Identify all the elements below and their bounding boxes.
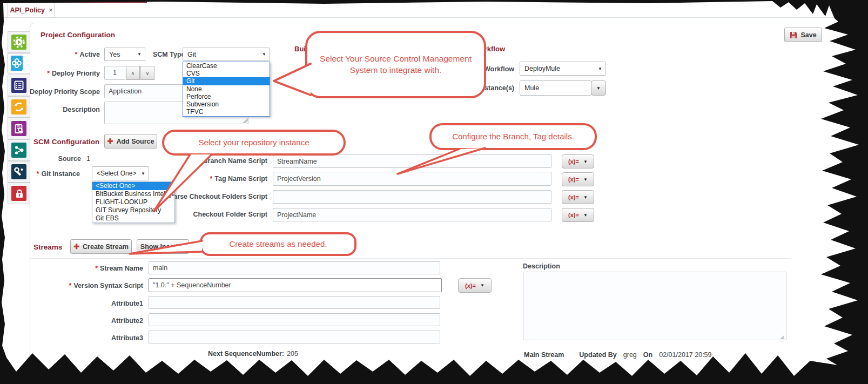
- scm-type-select[interactable]: Git ▼: [183, 48, 270, 61]
- sidebar-item-test-report[interactable]: [8, 118, 30, 139]
- branch-name-script-input[interactable]: [273, 154, 551, 168]
- active-value: Yes: [109, 51, 120, 58]
- topology-icon: [11, 143, 26, 158]
- tab-close-icon[interactable]: ×: [49, 6, 53, 14]
- instances-dropdown-button[interactable]: ▼: [591, 80, 606, 96]
- sidebar-item-sync[interactable]: [8, 96, 30, 118]
- save-icon: [790, 31, 797, 39]
- required-marker: *: [75, 51, 78, 58]
- scm-type-option[interactable]: ClearCase: [183, 62, 270, 70]
- add-source-label: Add Source: [116, 138, 154, 145]
- stream-audit-info: Main Stream Updated By greg On 02/01/201…: [524, 351, 712, 359]
- chevron-down-icon: ▼: [480, 283, 485, 288]
- streams-divider: [30, 258, 790, 259]
- callout-scm-type: Select Your Source Control Management Sy…: [305, 31, 486, 98]
- show-inactive-label: Show Inactive: [140, 243, 185, 251]
- git-instance-option[interactable]: Git EBS: [92, 214, 174, 223]
- source-label: Source: [51, 155, 81, 163]
- attribute3-input[interactable]: [149, 331, 440, 343]
- scm-type-option[interactable]: Perforce: [183, 93, 270, 100]
- branch-name-expression-button[interactable]: (x)=▼: [562, 154, 594, 169]
- git-instance-option[interactable]: BitBucket Business Intelligence: [92, 190, 174, 198]
- sidebar-item-security[interactable]: [8, 183, 30, 204]
- git-instance-option-selected[interactable]: <Select One>: [92, 182, 174, 190]
- source-value: 1: [86, 155, 90, 163]
- stream-name-input[interactable]: [149, 261, 440, 274]
- attribute2-input[interactable]: [149, 313, 440, 326]
- sparse-checkout-folders-script-input[interactable]: [273, 190, 551, 204]
- scm-type-option[interactable]: Subversion: [183, 100, 270, 108]
- scm-type-option-selected[interactable]: Git: [183, 77, 270, 85]
- sidebar-item-build-run[interactable]: [8, 31, 30, 53]
- scm-type-option[interactable]: TFVC: [183, 108, 270, 116]
- version-syntax-expression-button[interactable]: (x)=▼: [458, 278, 492, 293]
- sparse-checkout-expression-button[interactable]: (x)=▼: [562, 190, 594, 204]
- chevron-up-icon: ∧: [131, 70, 134, 76]
- next-sequence-number: Next SequenceNumber: 205: [208, 350, 298, 358]
- version-syntax-script-input[interactable]: [149, 278, 442, 292]
- required-marker: *: [47, 70, 50, 77]
- tag-name-script-input[interactable]: [273, 172, 551, 186]
- main-stream-label: Main Stream: [524, 351, 564, 359]
- tag-name-expression-button[interactable]: (x)=▼: [562, 172, 594, 186]
- deploy-priority-down-button[interactable]: ∨: [140, 66, 154, 80]
- chevron-down-icon: ▼: [137, 52, 142, 57]
- chevron-down-icon: ▼: [596, 86, 601, 91]
- build-run-icon: [11, 35, 26, 50]
- sidebar-item-topology[interactable]: [8, 139, 30, 161]
- stream-description-textarea[interactable]: [523, 272, 786, 340]
- git-instance-label: *Git Instance: [26, 170, 80, 178]
- integrations-icon: [11, 56, 23, 71]
- tools-icon: [11, 164, 26, 179]
- instances-combobox[interactable]: Mule: [520, 80, 591, 96]
- tab-title: API_Policy: [10, 6, 45, 14]
- scm-type-value: Git: [187, 51, 196, 58]
- git-instance-option[interactable]: GIT Survey Repository: [92, 206, 174, 214]
- updated-on-value: 02/01/2017 20:59: [659, 351, 711, 359]
- chevron-down-icon: ▼: [598, 66, 602, 71]
- chevron-down-icon: ▼: [262, 52, 266, 57]
- add-source-button[interactable]: ✚ Add Source: [104, 134, 157, 149]
- callout-create-streams: Create streams as needed.: [200, 232, 356, 256]
- next-sequence-value: 205: [287, 350, 298, 358]
- instances-value: Mule: [524, 84, 539, 92]
- git-instance-option[interactable]: FLIGHT-LOOKUP: [92, 198, 174, 206]
- attribute3-label: Attribute3: [22, 334, 143, 342]
- show-inactive-button[interactable]: Show Inactive: [137, 239, 189, 254]
- required-marker: *: [69, 282, 72, 289]
- description-label: Description: [32, 106, 100, 113]
- checkout-folder-expression-button[interactable]: (x)=▼: [562, 208, 594, 222]
- workflow-select[interactable]: DeployMule ▼: [520, 62, 606, 76]
- callout-repository-instance: Select your repository instance: [162, 130, 346, 156]
- deploy-priority-scope-label: Deploy Priority Scope: [11, 88, 100, 96]
- sidebar-item-integrations[interactable]: [8, 53, 30, 73]
- tab-bar: [0, 3, 868, 18]
- deploy-priority-input[interactable]: [104, 66, 125, 80]
- deploy-priority-up-button[interactable]: ∧: [126, 66, 140, 80]
- scm-configuration-heading: SCM Configuration: [33, 138, 99, 146]
- active-label: *Active: [32, 51, 100, 58]
- tab-api-policy[interactable]: API_Policy ×: [8, 3, 55, 17]
- required-marker: *: [37, 170, 39, 178]
- scm-type-option[interactable]: None: [183, 85, 270, 93]
- checkout-folder-script-input[interactable]: [273, 208, 551, 221]
- attribute2-label: Attribute2: [22, 317, 143, 325]
- attribute1-input[interactable]: [149, 296, 440, 309]
- scm-type-option[interactable]: CVS: [183, 70, 270, 77]
- scm-type-label: SCM Type: [153, 51, 185, 58]
- next-sequence-label: Next SequenceNumber:: [208, 350, 284, 358]
- attribute1-label: Attribute1: [22, 300, 143, 307]
- stream-name-label: *Stream Name: [22, 265, 143, 272]
- project-configuration-heading: Project Configuration: [41, 31, 115, 39]
- active-select[interactable]: Yes ▼: [104, 48, 145, 61]
- plus-icon: ✚: [73, 242, 79, 251]
- save-button[interactable]: Save: [784, 28, 822, 42]
- stream-description-label: Description: [523, 262, 560, 270]
- on-label: On: [643, 351, 652, 359]
- callout-branch-tag: Configure the Branch, Tag details.: [429, 123, 597, 150]
- branch-name-script-label: Branch Name Script: [130, 157, 267, 165]
- chevron-down-icon: ▼: [583, 195, 588, 200]
- scm-type-dropdown-list: ClearCase CVS Git None Perforce Subversi…: [183, 62, 270, 117]
- create-stream-button[interactable]: ✚ Create Stream: [70, 239, 132, 254]
- streams-heading: Streams: [33, 243, 62, 251]
